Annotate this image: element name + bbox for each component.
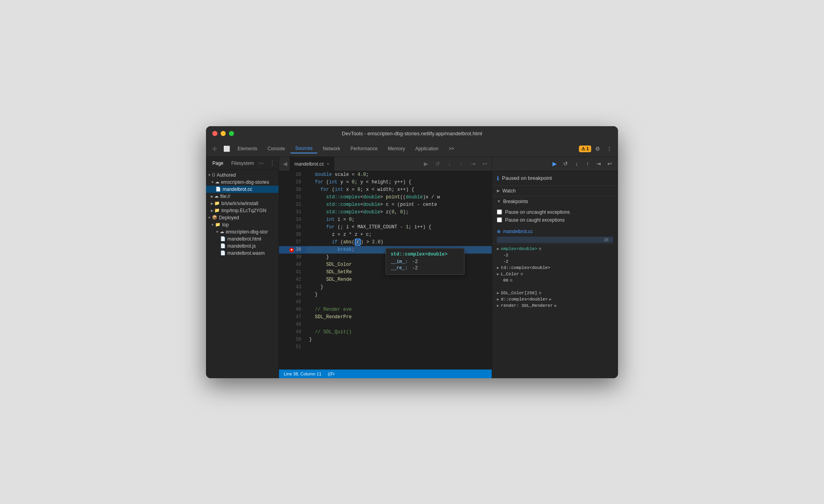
tree-file-label: file:// [220, 194, 230, 199]
scope-item-00: 00 ⊞ [492, 277, 618, 284]
close-button[interactable] [212, 131, 217, 136]
deactivate-dbg-btn[interactable]: ↩ [605, 159, 615, 169]
step-over-btn[interactable]: ⇥ [468, 159, 478, 169]
code-icon: ⟨⟩ [212, 172, 215, 177]
settings-icon[interactable]: ⚙ [592, 143, 603, 154]
more-options-icon[interactable]: ⋮ [604, 143, 615, 154]
code-line-45: 45 [279, 299, 492, 306]
tree-mandelbrot-html-label: mandelbrot.html [227, 236, 261, 242]
tree-mandelbrot-html[interactable]: 📄 mandelbrot.html [206, 235, 279, 243]
main-content: Page Filesystem >> ⋮ ▼ ⟨⟩ Authored ▼ ☁ e… [206, 157, 618, 378]
tree-mandelbrot-js[interactable]: 📄 mandelbrot.js [206, 243, 279, 250]
scope-item-complex2: ▶ td::complex<double> [492, 265, 618, 271]
editor-tab-mandelbrot-cc[interactable]: mandelbrot.cc ✕ [290, 157, 334, 171]
cloud-icon: ☁ [220, 229, 224, 234]
tab-sources[interactable]: Sources [290, 144, 317, 153]
step-over-dbg-btn[interactable]: ↺ [560, 159, 571, 169]
scope-val-sdlcolor256: SDL_Color[256] [501, 291, 537, 295]
code-line-47: 47 SDL_RenderPre [279, 314, 492, 321]
tab-elements[interactable]: Elements [233, 144, 262, 153]
maximize-button[interactable] [229, 131, 234, 136]
tree-mandelbrot-cc[interactable]: 📄 mandelbrot.cc [206, 186, 279, 193]
memory-icon: ⊞ [521, 272, 523, 276]
expand-icon[interactable]: ▶ [497, 272, 499, 276]
pause-uncaught-checkbox[interactable] [497, 209, 502, 215]
tree-deployed-label: Deployed [219, 215, 239, 220]
code-line-31: 31 std::complex<double> point((double)x … [279, 194, 492, 201]
step-into-dbg-btn[interactable]: ↓ [571, 159, 582, 169]
step-into-btn[interactable]: ↓ [444, 159, 455, 169]
tree-deployed[interactable]: ▼ 📦 Deployed [206, 214, 279, 221]
tree-deployed-cloud[interactable]: ▼ ☁ emscripten-dbg-stor [206, 228, 279, 235]
tab-network[interactable]: Network [318, 144, 345, 153]
code-line-43: 43 } [279, 284, 492, 291]
tree-tmp[interactable]: ▶ 📁 tmp/tmp.ELcTq2YGN [206, 207, 279, 214]
sidebar-tab-page[interactable]: Page [209, 159, 227, 167]
paused-message: Paused on breakpoint [502, 175, 552, 181]
tab-console[interactable]: Console [263, 144, 290, 153]
scope-val-00: 00 [503, 278, 508, 283]
tree-deployed-cloud-label: emscripten-dbg-stor [226, 229, 268, 235]
sidebar-options-btn[interactable]: ⋮ [269, 159, 275, 167]
minimize-button[interactable] [221, 131, 226, 136]
deployed-icon: 📦 [212, 215, 217, 220]
code-line-29: 29 for (int y = 0; y < height; y++) { [279, 179, 492, 186]
tree-mandelbrot-js-label: mandelbrot.js [227, 243, 256, 249]
tab-application[interactable]: Application [410, 144, 443, 153]
scope-val-renderer: render: SDL_Renderer [501, 303, 553, 308]
right-panel: ▶ ↺ ↓ ↑ ⇥ ↩ ℹ Paused on breakpoint ▶ Wat… [492, 157, 618, 378]
thread-selector-icon[interactable]: ▶ [421, 159, 431, 169]
step-out-dbg-btn[interactable]: ↑ [582, 159, 593, 169]
tree-mandelbrot-wasm[interactable]: 📄 mandelbrot.wasm [206, 250, 279, 257]
step-out-btn[interactable]: ↑ [456, 159, 466, 169]
tree-emscripten-cloud[interactable]: ▼ ☁ emscripten-dbg-stories [206, 179, 279, 186]
hover-target-z[interactable]: z [355, 239, 361, 246]
tab-performance[interactable]: Performance [346, 144, 382, 153]
watch-section-header[interactable]: ▶ Watch [492, 186, 618, 196]
resume-execution-btn[interactable]: ▶ [549, 159, 560, 169]
step-dbg-btn[interactable]: ⇥ [594, 159, 604, 169]
tree-top[interactable]: ▼ 📁 top [206, 221, 279, 228]
expand-icon[interactable]: ▶ [497, 297, 499, 302]
code-line-42: 42 SDL_Rende [279, 276, 492, 284]
expand-icon[interactable]: ▶ [497, 303, 499, 308]
code-line-50: 50 } [279, 336, 492, 343]
sidebar-tab-filesystem[interactable]: Filesystem [228, 159, 257, 167]
tab-memory[interactable]: Memory [383, 144, 410, 153]
memory-icon: ⊞ [539, 246, 541, 251]
tree-install-label: b/s/w/ir/x/w/install [221, 201, 258, 206]
scope-item-complex3: ▶ d::complex<double> ▶ [492, 296, 618, 302]
code-line-33: 33 std::complex<double> z(0, 0); [279, 209, 492, 216]
scope-item-sdlcolor: ▶ L_Color ⊞ [492, 271, 618, 277]
chevron-down-icon: ▼ [208, 216, 211, 220]
device-toggle-icon[interactable]: ⬜ [221, 143, 232, 154]
tree-authored[interactable]: ▼ ⟨⟩ Authored [206, 172, 279, 179]
chevron-down-icon: ▼ [211, 180, 214, 184]
tree-file[interactable]: ▶ ☁ file:// [206, 193, 279, 200]
expand-icon[interactable]: ▶ [497, 291, 499, 295]
warning-badge[interactable]: ⚠ 1 [579, 146, 591, 152]
expand-icon[interactable]: ▶ [497, 265, 499, 270]
breakpoints-section-header[interactable]: ▼ Breakpoints [492, 196, 618, 207]
inspect-icon[interactable]: ⊹ [209, 143, 220, 154]
devtools-window: DevTools - emscripten-dbg-stories.netlif… [206, 126, 618, 378]
editor-tab-label: mandelbrot.cc [294, 161, 324, 167]
code-line-32: 32 std::complex<double> c = (point - cen… [279, 201, 492, 209]
editor-tab-close[interactable]: ✕ [326, 162, 330, 166]
memory-icon: ⊞ [510, 278, 512, 283]
tab-nav-back[interactable]: ◀ [281, 161, 290, 167]
editor-controls: ▶ ↺ ↓ ↑ ⇥ ↩ [421, 159, 490, 169]
traffic-lights [212, 131, 234, 136]
deactivate-btn[interactable]: ↩ [480, 159, 490, 169]
more-tabs-btn[interactable]: >> [444, 144, 459, 153]
resume-btn[interactable]: ↺ [433, 159, 443, 169]
pause-caught-checkbox[interactable] [497, 217, 502, 222]
sidebar-tabs-more[interactable]: >> [258, 161, 264, 166]
folder-icon: 📁 [215, 222, 221, 227]
expand-icon[interactable]: ▶ [497, 246, 499, 251]
code-line-30: 30 for (int x = 0; x < width; x++) { [279, 186, 492, 194]
scope-item-complex: ▶ omplex<double> ⊞ [492, 246, 618, 252]
tree-install[interactable]: ▶ 📁 b/s/w/ir/x/w/install [206, 200, 279, 207]
code-container[interactable]: 28 double scale = 4.0; 29 for (int y = 0… [279, 171, 492, 370]
scope-val-sdlcolor: L_Color [501, 272, 519, 276]
